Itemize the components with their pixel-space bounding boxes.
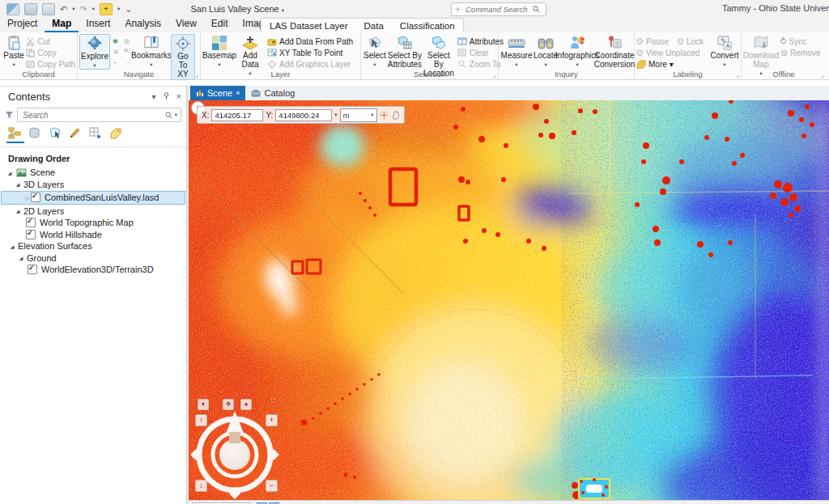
- select-button[interactable]: Select▾: [363, 34, 387, 68]
- title-dropdown-icon[interactable]: ▾: [282, 7, 284, 13]
- tab-view[interactable]: View: [168, 17, 204, 32]
- undo-dropdown-icon[interactable]: ▾: [72, 6, 74, 12]
- tab-map[interactable]: Map: [45, 17, 79, 32]
- add-graphics-layer-button[interactable]: Add Graphics Layer: [267, 59, 353, 69]
- new-project-icon[interactable]: [42, 3, 55, 15]
- lock-labels-button[interactable]: ⎊Lock: [677, 36, 704, 46]
- pan-hand-icon[interactable]: [391, 111, 400, 120]
- tab-data[interactable]: Data: [356, 20, 392, 32]
- tab-edit[interactable]: Edit: [204, 17, 236, 32]
- fixed-zoom-in-icon[interactable]: ⇲: [110, 47, 121, 57]
- remove-button[interactable]: ⊝Remove: [780, 48, 820, 57]
- tab-analysis[interactable]: Analysis: [117, 17, 168, 32]
- tree-item-world-hillshade[interactable]: World Hillshade: [0, 229, 186, 241]
- expander-icon[interactable]: ◢: [6, 170, 13, 176]
- list-by-drawing-order-button[interactable]: [8, 127, 23, 140]
- redo-icon[interactable]: ↷: [79, 5, 87, 14]
- list-by-snapping-button[interactable]: [89, 127, 104, 140]
- scene-viewport[interactable]: ▾ X: Y: ▾ m▾ ▾ ✥ ♠ ∷ ↑ + ↓ −: [189, 100, 829, 500]
- addin-dropdown-icon[interactable]: ▾: [117, 6, 120, 12]
- unit-select[interactable]: m▾: [340, 108, 377, 122]
- command-search[interactable]: [451, 2, 546, 16]
- locate-dropdown-icon[interactable]: ▾: [544, 61, 546, 67]
- layer-checkbox[interactable]: [31, 193, 40, 202]
- basemap-button[interactable]: Basemap▾: [202, 34, 236, 68]
- basemap-dropdown-icon[interactable]: ▾: [218, 61, 220, 67]
- list-by-editing-button[interactable]: [69, 127, 83, 140]
- x-coordinate-input[interactable]: [211, 109, 263, 121]
- search-options-icon[interactable]: ▾: [175, 112, 177, 118]
- save-project-icon[interactable]: [6, 3, 19, 15]
- navigation-compass[interactable]: [190, 408, 279, 500]
- close-scene-tab-icon[interactable]: ×: [236, 89, 240, 97]
- tree-item-scene[interactable]: ◢ Scene: [0, 167, 186, 179]
- more-labeling-button[interactable]: More▾: [636, 59, 711, 69]
- infographics-button[interactable]: Infographics▾: [559, 34, 596, 68]
- infographics-dropdown-icon[interactable]: ▾: [576, 61, 578, 67]
- open-project-icon[interactable]: [24, 3, 37, 15]
- bookmarks-button[interactable]: Bookmarks▾: [132, 34, 171, 68]
- list-by-labeling-button[interactable]: [109, 127, 124, 140]
- view-unplaced-button[interactable]: ⎊View Unplaced: [636, 48, 711, 57]
- add-data-from-path-button[interactable]: Add Data From Path: [267, 36, 353, 46]
- tree-item-world-topographic-map[interactable]: World Topographic Map: [0, 217, 186, 229]
- pin-icon[interactable]: [163, 92, 170, 100]
- pane-menu-icon[interactable]: ▾: [152, 92, 156, 101]
- tree-item-combined-sanluisvalley-lasd[interactable]: ▷ CombinedSanLuisValley.lasd: [1, 191, 185, 205]
- tree-item-2d-layers[interactable]: ◢ 2D Layers: [0, 205, 186, 218]
- navigator-drag-handle-icon[interactable]: ∷: [271, 396, 276, 404]
- measure-button[interactable]: Measure▾: [500, 34, 533, 68]
- list-by-data-source-button[interactable]: [28, 127, 43, 140]
- list-by-selection-button[interactable]: [49, 127, 63, 140]
- full-extent-icon[interactable]: ◉: [110, 36, 121, 46]
- clear-button[interactable]: Clear: [457, 48, 504, 57]
- cut-button[interactable]: Cut: [26, 36, 75, 46]
- close-pane-icon[interactable]: ×: [176, 91, 181, 101]
- expander-icon[interactable]: ▷: [24, 195, 31, 201]
- tab-classification[interactable]: Classification: [392, 20, 463, 32]
- xy-table-to-point-button[interactable]: XY Table To Point: [267, 48, 353, 57]
- more-dropdown-icon[interactable]: ▾: [670, 60, 674, 69]
- customize-qat-icon[interactable]: ⌄: [125, 5, 132, 14]
- convert-dropdown-icon[interactable]: ▾: [723, 61, 725, 67]
- flash-location-icon[interactable]: [380, 111, 389, 120]
- tree-item-3d-layers[interactable]: ◢ 3D Layers: [0, 179, 186, 191]
- select-by-attributes-button[interactable]: Select By Attributes: [387, 34, 423, 70]
- paste-dropdown-icon[interactable]: ▾: [13, 61, 15, 67]
- attributes-button[interactable]: Attributes: [457, 36, 504, 46]
- explore-dropdown-icon[interactable]: ▾: [93, 62, 96, 68]
- layer-checkbox[interactable]: [28, 265, 37, 274]
- copy-button[interactable]: Copy: [26, 48, 75, 57]
- tree-item-elevation-surfaces[interactable]: ◢ Elevation Surfaces: [0, 240, 186, 252]
- addin-icon[interactable]: +: [100, 3, 113, 15]
- previous-extent-icon[interactable]: ←: [110, 57, 121, 67]
- signed-in-user[interactable]: Tammy - Ohio State Univer: [722, 3, 829, 13]
- coordinate-conversion-button[interactable]: Coordinate Conversion: [596, 34, 633, 70]
- convert-labels-button[interactable]: ✎A Convert▾: [711, 34, 738, 68]
- tab-project[interactable]: Project: [0, 17, 45, 32]
- contents-search-input[interactable]: [21, 110, 163, 121]
- filter-icon[interactable]: [5, 111, 14, 119]
- measure-dropdown-icon[interactable]: ▾: [515, 61, 517, 67]
- expander-icon[interactable]: ◢: [15, 208, 21, 214]
- tree-item-worldelevation3d-terrain3d[interactable]: WorldElevation3D/Terrain3D: [0, 264, 186, 276]
- zoom-to-button[interactable]: Zoom To: [457, 59, 504, 69]
- tree-item-ground[interactable]: ◢ Ground: [0, 252, 186, 265]
- view-tab-scene[interactable]: Scene ×: [190, 86, 245, 100]
- expander-icon[interactable]: ◢: [9, 244, 15, 249]
- layer-checkbox[interactable]: [26, 230, 36, 239]
- redo-dropdown-icon[interactable]: ▾: [92, 6, 95, 12]
- paste-button[interactable]: Paste▾: [2, 34, 26, 68]
- y-coordinate-input[interactable]: [275, 109, 332, 121]
- tab-insert[interactable]: Insert: [79, 17, 117, 32]
- view-tab-catalog[interactable]: Catalog: [245, 86, 300, 100]
- copy-path-button[interactable]: Copy Path: [26, 59, 75, 69]
- bookmarks-dropdown-icon[interactable]: ▾: [150, 61, 152, 67]
- layer-checkbox[interactable]: [26, 218, 36, 227]
- select-dropdown-icon[interactable]: ▾: [373, 61, 376, 67]
- tab-las-dataset-layer[interactable]: LAS Dataset Layer: [261, 20, 356, 32]
- sync-button[interactable]: ⥁Sync: [780, 36, 820, 46]
- command-search-input[interactable]: [464, 4, 530, 15]
- pause-labeling-button[interactable]: ⎊Pause: [636, 36, 669, 46]
- project-title[interactable]: San Luis Valley Scene ▾: [190, 4, 284, 14]
